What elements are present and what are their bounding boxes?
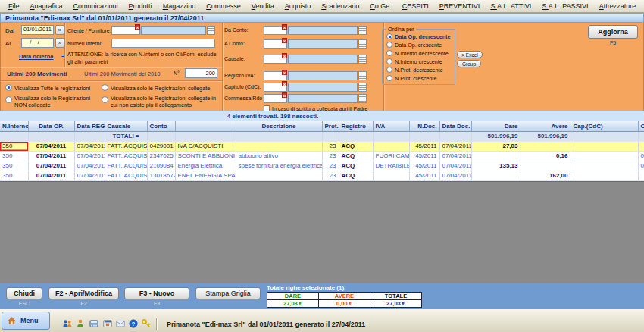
clear-icon[interactable] xyxy=(282,81,287,86)
lookup-icon[interactable] xyxy=(358,55,367,64)
table-row[interactable]: 350 07/04/2011 07/04/2011 FATT. ACQUISTO… xyxy=(0,171,644,180)
col-dare[interactable]: Dare xyxy=(471,121,521,131)
apri-modifica-button[interactable]: F2 - Apri/Modifica xyxy=(48,287,119,299)
col-data-reg[interactable]: Data REG. xyxy=(74,121,105,131)
clear-icon[interactable] xyxy=(282,92,287,98)
col-conto-nome[interactable] xyxy=(175,121,236,131)
radio-ninterno-crescente[interactable] xyxy=(386,58,392,64)
menu-sal-passivi[interactable]: S.A.L. PASSIVI xyxy=(536,2,593,10)
menu-file[interactable]: File xyxy=(3,2,25,10)
clear-icon[interactable] xyxy=(282,38,287,43)
col-commessa[interactable]: Co xyxy=(638,121,644,131)
col-descrizione[interactable]: Descrizione xyxy=(236,121,322,131)
ultimi-200-2010-link[interactable]: Ultimi 200 Movimenti del 2010 xyxy=(84,70,160,77)
col-causale[interactable]: Causale xyxy=(105,121,147,131)
col-conto[interactable]: Conto xyxy=(147,121,175,131)
col-ninterno[interactable]: N.Interno xyxy=(0,121,28,131)
stampa-griglia-button[interactable]: Stampa Griglia xyxy=(195,287,261,299)
menu-anagrafica[interactable]: Anagrafica xyxy=(25,2,68,10)
commessa-desc-field[interactable] xyxy=(288,94,358,103)
menu-button[interactable]: Menu xyxy=(2,312,50,330)
users-icon[interactable] xyxy=(62,318,73,329)
key-icon[interactable] xyxy=(141,318,152,329)
group-button[interactable]: Group xyxy=(457,60,481,67)
cliente-desc-field[interactable] xyxy=(141,26,206,35)
user-icon[interactable] xyxy=(75,318,86,329)
menu-scadenzario[interactable]: Scadenzario xyxy=(316,2,364,10)
menu-attrezzature[interactable]: Attrezzature xyxy=(594,2,642,10)
radio-nprot-crescente[interactable] xyxy=(386,75,392,81)
table-row[interactable]: 350 07/04/2011 07/04/2011 FATT. ACQUISTO… xyxy=(0,161,644,171)
status-strip: 4 elementi trovati. 198 nascosti. xyxy=(0,111,644,121)
clear-icon[interactable] xyxy=(135,24,140,30)
aggiorna-button[interactable]: Aggiorna xyxy=(588,25,638,39)
ultimi-200-link[interactable]: Ultimi 200 Movimenti xyxy=(7,70,67,77)
table-row[interactable]: 350 07/04/2011 07/04/2011 FATT. ACQUISTO… xyxy=(0,151,644,161)
data-odierna-link[interactable]: Data odierna xyxy=(19,53,53,60)
clear-icon[interactable] xyxy=(282,24,287,30)
dal-picker-button[interactable] xyxy=(55,25,64,35)
menu-comunicazioni[interactable]: Comunicazioni xyxy=(68,2,123,10)
menu-magazzino[interactable]: Magazzino xyxy=(158,2,202,10)
radio-data-op-crescente[interactable] xyxy=(386,42,392,48)
col-iva[interactable]: IVA xyxy=(373,121,409,131)
lookup-icon[interactable] xyxy=(358,83,367,92)
table-row[interactable]: 350 07/04/2011 07/04/2011 FATT. ACQUISTO… xyxy=(0,141,644,151)
col-cap-cdc[interactable]: Cap.(CdC) xyxy=(571,121,638,131)
menu-preventivi[interactable]: PREVENTIVI xyxy=(434,2,486,10)
radio-solo-collegate[interactable] xyxy=(102,84,108,91)
dal-input[interactable]: 01/01/2011 xyxy=(21,25,54,35)
window-icon[interactable] xyxy=(102,318,113,329)
radio-collegate-senza-collegamento[interactable] xyxy=(102,96,108,103)
radio-label: Data Op. crescente xyxy=(395,42,442,49)
capitolo-desc-field[interactable] xyxy=(288,83,358,92)
nuovo-button[interactable]: F3 - Nuovo xyxy=(124,287,189,299)
registro-iva-desc-field[interactable] xyxy=(288,71,358,80)
excel-button[interactable]: > Excel xyxy=(457,51,483,58)
grid-header-row: N.Interno Data OP. Data REG. Causale Con… xyxy=(0,121,644,131)
calculator-icon[interactable] xyxy=(89,318,99,329)
movimenti-grid: N.Interno Data OP. Data REG. Causale Con… xyxy=(0,121,644,181)
menu-commesse[interactable]: Commesse xyxy=(201,2,246,10)
numeri-interni-input[interactable] xyxy=(111,39,215,48)
radio-nprot-decrescente[interactable] xyxy=(386,67,392,73)
chiudi-button[interactable]: Chiudi xyxy=(6,287,42,299)
col-prot[interactable]: Prot. xyxy=(322,121,339,131)
col-ndoc[interactable]: N.Doc. xyxy=(409,121,439,131)
menu-sal-attivi[interactable]: S.A.L. ATTIVI xyxy=(485,2,536,10)
radio-ninterno-decrescente[interactable] xyxy=(386,50,392,56)
radio-label: Visualizza Tutte le registrazioni xyxy=(14,85,104,92)
lookup-icon[interactable] xyxy=(358,71,367,80)
col-data-doc[interactable]: Data Doc. xyxy=(439,121,471,131)
da-conto-desc-field[interactable] xyxy=(288,26,358,35)
lookup-icon[interactable] xyxy=(358,94,367,103)
col-avere[interactable]: Avere xyxy=(521,121,571,131)
al-input[interactable]: __/__/____ xyxy=(21,38,54,48)
mail-icon[interactable] xyxy=(115,318,126,329)
chiudi-key-label: ESC xyxy=(6,301,42,306)
causale-desc-field[interactable] xyxy=(288,55,358,64)
menu-prodotti[interactable]: Prodotti xyxy=(123,2,158,10)
clear-icon[interactable] xyxy=(282,70,287,75)
col-registro[interactable]: Registro xyxy=(339,121,373,131)
radio-data-op-decrescente[interactable] xyxy=(386,33,392,39)
menu-coge[interactable]: Co.Ge. xyxy=(364,2,397,10)
home-icon xyxy=(7,316,17,326)
n-movimenti-input[interactable]: 200 xyxy=(185,68,217,78)
clear-icon[interactable] xyxy=(282,53,287,58)
help-icon[interactable]: ? xyxy=(128,318,139,329)
col-data-op[interactable]: Data OP. xyxy=(28,121,74,131)
taskbar: Menu ? Primanota "Edi-max Srl" dal 01/01… xyxy=(0,309,644,332)
radio-non-collegate[interactable] xyxy=(5,96,12,103)
menu-acquisto[interactable]: Acquisto xyxy=(280,2,317,10)
lookup-icon[interactable] xyxy=(358,39,367,49)
lookup-icon[interactable] xyxy=(207,26,215,35)
totals-row: TOTALI = 501.996,19 501.996,19 xyxy=(0,131,644,141)
menu-vendita[interactable]: Vendita xyxy=(246,2,280,10)
radio-tutte-registrazioni[interactable] xyxy=(5,84,12,91)
menu-cespiti[interactable]: CESPITI xyxy=(397,2,434,10)
lookup-icon[interactable] xyxy=(358,26,367,35)
a-conto-desc-field[interactable] xyxy=(288,39,358,49)
menu-statistiche[interactable]: Statistiche xyxy=(641,2,644,10)
al-picker-button[interactable] xyxy=(55,38,64,48)
